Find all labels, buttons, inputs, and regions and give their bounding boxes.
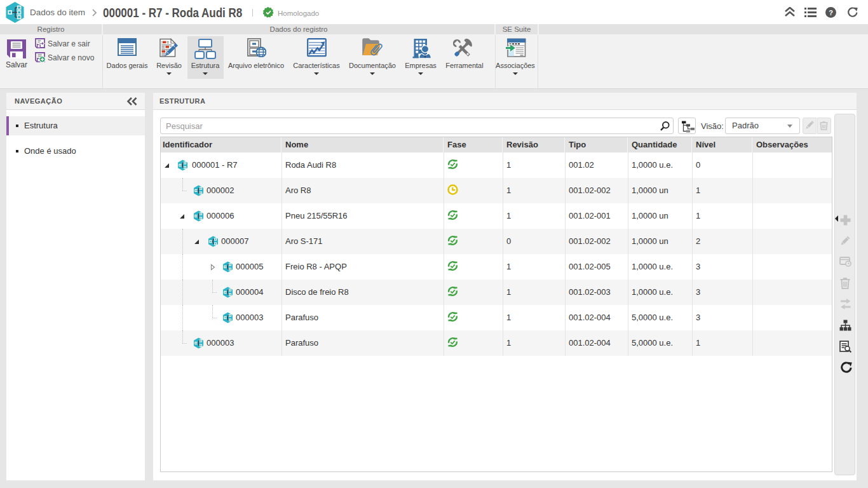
svg-text:?: ? (829, 9, 833, 17)
